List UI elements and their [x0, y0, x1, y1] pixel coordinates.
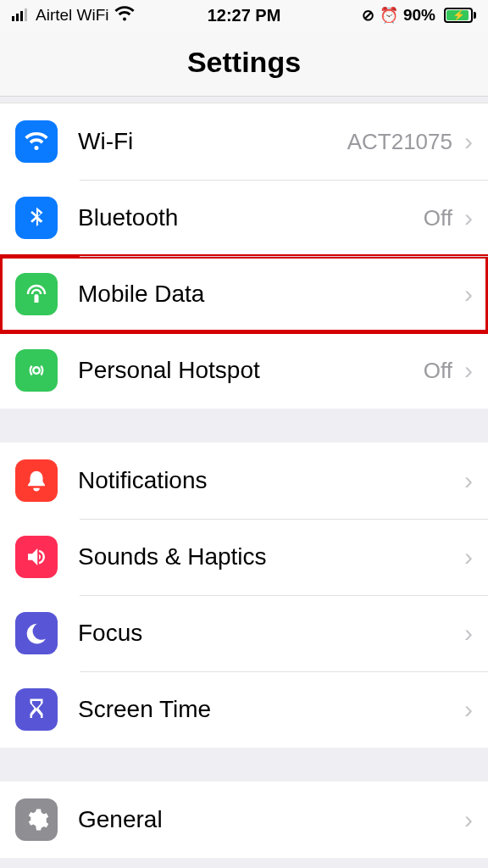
settings-group-alerts: Notifications › Sounds & Haptics › Focus… — [0, 442, 488, 748]
row-label: Focus — [78, 620, 459, 647]
settings-group-general: General › — [0, 782, 488, 858]
row-label: Notifications — [78, 467, 459, 494]
row-bluetooth[interactable]: Bluetooth Off › — [0, 180, 488, 256]
orientation-lock-icon: ⊘ — [362, 6, 374, 25]
row-label: Personal Hotspot — [78, 357, 424, 384]
page-title: Settings — [0, 46, 488, 79]
moon-icon — [15, 612, 58, 654]
wifi-icon — [114, 6, 135, 25]
wifi-icon — [15, 120, 58, 163]
row-label: Mobile Data — [78, 281, 452, 308]
battery-percent: 90% — [403, 6, 435, 25]
chevron-right-icon: › — [464, 280, 473, 309]
row-label: Bluetooth — [78, 204, 424, 231]
row-notifications[interactable]: Notifications › — [0, 442, 488, 519]
alarm-icon: ⏰ — [380, 6, 398, 25]
status-bar: Airtel WiFi 12:27 PM ⊘ ⏰ 90% ⚡ — [0, 0, 488, 31]
row-general[interactable]: General › — [0, 782, 488, 858]
chevron-right-icon: › — [464, 619, 473, 648]
hotspot-icon — [15, 349, 58, 392]
svg-rect-0 — [12, 16, 14, 21]
chevron-right-icon: › — [464, 466, 473, 495]
row-label: Screen Time — [78, 696, 459, 723]
bluetooth-icon — [15, 197, 58, 239]
chevron-right-icon: › — [464, 542, 473, 571]
row-value: Off — [424, 358, 452, 384]
spacer — [0, 409, 488, 442]
chevron-right-icon: › — [464, 695, 473, 724]
chevron-right-icon: › — [464, 127, 473, 156]
row-label: Wi-Fi — [78, 128, 347, 155]
svg-rect-3 — [25, 8, 27, 21]
cellular-icon — [15, 273, 58, 315]
chevron-right-icon: › — [464, 203, 473, 232]
status-time: 12:27 PM — [208, 6, 281, 25]
status-right: ⊘ ⏰ 90% ⚡ — [362, 6, 476, 25]
gear-icon — [15, 798, 58, 841]
carrier-label: Airtel WiFi — [36, 6, 109, 25]
svg-rect-1 — [16, 14, 19, 21]
hourglass-icon — [15, 688, 58, 731]
row-sounds[interactable]: Sounds & Haptics › — [0, 519, 488, 595]
row-hotspot[interactable]: Personal Hotspot Off › — [0, 332, 488, 409]
page-header: Settings — [0, 31, 488, 97]
settings-group-connectivity: Wi-Fi ACT21075 › Bluetooth Off › Mobile … — [0, 103, 488, 409]
svg-rect-2 — [20, 11, 23, 21]
battery-icon: ⚡ — [441, 8, 476, 23]
status-left: Airtel WiFi — [12, 6, 135, 25]
chevron-right-icon: › — [464, 356, 473, 385]
bell-icon — [15, 459, 58, 502]
row-label: Sounds & Haptics — [78, 543, 459, 570]
speaker-icon — [15, 536, 58, 578]
row-value: ACT21075 — [347, 129, 452, 155]
row-label: General — [78, 806, 459, 833]
row-focus[interactable]: Focus › — [0, 595, 488, 671]
chevron-right-icon: › — [464, 805, 473, 834]
cellular-bars-icon — [12, 6, 30, 25]
spacer — [0, 97, 488, 103]
row-value: Off — [424, 205, 452, 231]
spacer — [0, 748, 488, 782]
row-wifi[interactable]: Wi-Fi ACT21075 › — [0, 103, 488, 180]
row-screen-time[interactable]: Screen Time › — [0, 671, 488, 748]
row-mobile-data[interactable]: Mobile Data › — [0, 256, 488, 332]
